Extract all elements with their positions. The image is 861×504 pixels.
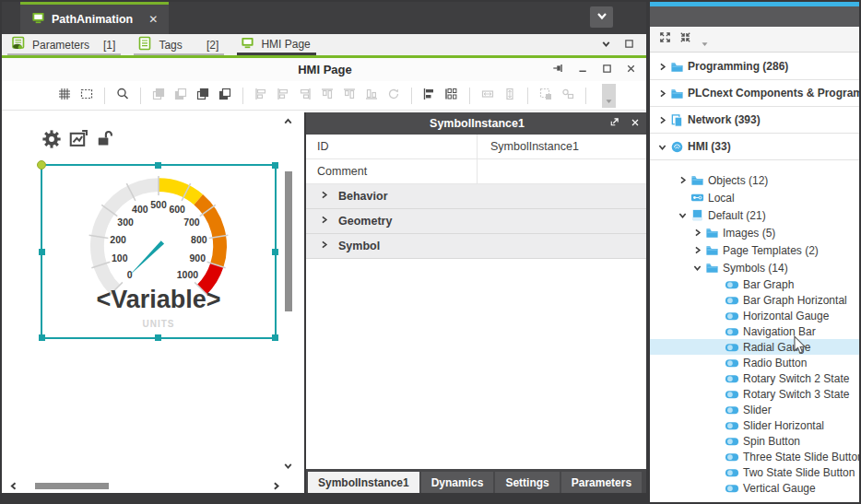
align-left-button[interactable]	[250, 85, 272, 107]
subtab-tags[interactable]: Tags[2]	[134, 36, 224, 55]
tree-item-images-5[interactable]: Images (5)	[650, 224, 861, 241]
tree-item-radio-button[interactable]: Radio Button	[650, 355, 861, 370]
tree-item-vertical-gauge[interactable]: Vertical Gauge	[650, 480, 861, 496]
collapse-all-icon[interactable]	[678, 30, 692, 48]
subtab-hmi-page[interactable]: HMI Page	[237, 36, 315, 55]
tree-item-radial-gauge[interactable]: Radial Gauge	[650, 339, 861, 355]
section-geometry[interactable]: Geometry	[306, 209, 648, 234]
match-height-button[interactable]	[499, 85, 521, 107]
selection-marquee-button[interactable]	[76, 85, 98, 107]
chevron-right-icon[interactable]	[676, 175, 689, 185]
selection-handle-bottom-right[interactable]	[272, 334, 278, 341]
scroll-down-icon[interactable]	[282, 459, 294, 475]
tree-item-local[interactable]: Local	[650, 189, 861, 206]
align-top-button[interactable]	[316, 85, 338, 107]
tree-item-slider[interactable]: Slider	[650, 402, 861, 417]
panel-divider[interactable]	[646, 0, 650, 504]
tree-item-plcnext-components-programs[interactable]: PLCnext Components & Programs	[650, 80, 861, 107]
pin-icon[interactable]	[552, 62, 565, 78]
align-center-button[interactable]	[272, 85, 294, 107]
send-backward-button[interactable]	[214, 85, 236, 107]
props-tab-settings[interactable]: Settings	[495, 472, 559, 493]
chevron-down-icon[interactable]	[676, 210, 689, 220]
distribute-horizontal-button[interactable]	[419, 85, 441, 107]
props-tab-parameters[interactable]: Parameters	[561, 472, 642, 493]
section-symbol[interactable]: Symbol	[306, 234, 648, 259]
maximize-icon[interactable]	[623, 37, 635, 53]
selection-handle-right[interactable]	[272, 249, 278, 255]
send-to-back-button[interactable]	[170, 85, 192, 107]
selection-handle-left[interactable]	[39, 249, 45, 255]
tree-item-slider-horizontal[interactable]: Slider Horizontal	[650, 417, 861, 433]
expand-all-icon[interactable]	[658, 30, 672, 48]
chevron-down-icon[interactable]	[690, 263, 703, 273]
close-icon[interactable]	[630, 115, 641, 132]
align-bottom-button[interactable]	[360, 85, 383, 107]
tree-item-three-state-slide-button[interactable]: Three State Slide Button	[650, 449, 861, 464]
chevron-right-icon[interactable]	[655, 115, 668, 125]
tree-item-network-393[interactable]: Network (393)	[650, 107, 861, 134]
chevron-down-icon[interactable]	[655, 142, 668, 152]
tree-item-horizontal-gauge[interactable]: Horizontal Gauge	[650, 308, 861, 323]
bring-forward-button[interactable]	[192, 85, 214, 107]
chevron-right-icon[interactable]	[655, 62, 668, 72]
tree-item-rotary-switch-3-state[interactable]: Rotary Switch 3 State	[650, 386, 861, 402]
minimize-icon[interactable]	[577, 62, 589, 78]
tree-item-rotary-switch-2-state[interactable]: Rotary Switch 2 State	[650, 370, 861, 386]
paste-format-button[interactable]	[535, 85, 557, 107]
chevron-down-icon[interactable]	[600, 37, 612, 53]
chevron-right-icon[interactable]	[690, 228, 703, 238]
scroll-up-icon[interactable]	[282, 114, 294, 131]
object-settings-button[interactable]	[41, 129, 62, 153]
object-dynamics-button[interactable]	[68, 129, 88, 153]
selection-handle-top-right[interactable]	[272, 162, 278, 169]
tree-item-two-state-slide-button[interactable]: Two State Slide Button	[650, 464, 861, 480]
doc-tab-list-dropdown[interactable]	[590, 6, 613, 28]
tree-item-hmi-33[interactable]: HMI (33)	[650, 134, 861, 160]
tree-item-bar-graph-horizontal[interactable]: Bar Graph Horizontal	[650, 292, 861, 308]
subtab-parameters[interactable]: Parameters[1]	[7, 36, 121, 55]
vertical-scroll-thumb[interactable]	[285, 171, 292, 311]
props-tab-symbolinstance1[interactable]: SymbolInstance1	[308, 472, 419, 493]
maximize-icon[interactable]	[601, 62, 613, 78]
tree-item-default-21[interactable]: Default (21)	[650, 206, 861, 224]
zoom-button[interactable]	[112, 85, 134, 107]
distribute-vertical-button[interactable]	[441, 85, 463, 107]
align-middle-button[interactable]	[338, 85, 360, 107]
tree-item-bar-graph[interactable]: Bar Graph	[650, 276, 861, 292]
match-width-button[interactable]	[477, 85, 499, 107]
canvas-horizontal-scrollbar[interactable]	[6, 479, 284, 492]
tree-item-symbols-14[interactable]: Symbols (14)	[650, 259, 861, 276]
id-value-field[interactable]: SymbolInstance1	[477, 135, 648, 158]
properties-panel-header[interactable]: SymbolInstance1	[306, 112, 648, 135]
selection-handle-bottom[interactable]	[155, 334, 161, 341]
horizontal-scroll-thumb[interactable]	[35, 483, 109, 489]
selection-handle-origin[interactable]	[37, 160, 46, 170]
selection-handle-top[interactable]	[155, 162, 161, 169]
bring-to-front-button[interactable]	[147, 85, 170, 107]
tree-item-objects-12[interactable]: Objects (12)	[650, 171, 861, 189]
doc-tab-pathanimation[interactable]: PathAnimation ✕	[20, 2, 169, 34]
more-tools-button[interactable]	[602, 84, 616, 108]
section-behavior[interactable]: Behavior	[306, 184, 648, 209]
popout-icon[interactable]	[608, 115, 620, 132]
tree-item-programming-286[interactable]: Programming (286)	[650, 53, 861, 80]
rotate-button[interactable]	[383, 85, 405, 107]
close-icon[interactable]	[625, 62, 637, 78]
tree-item-page-templates-2[interactable]: Page Templates (2)	[650, 241, 861, 259]
align-right-button[interactable]	[294, 85, 316, 107]
props-tab-dynamics[interactable]: Dynamics	[421, 472, 494, 493]
doc-tab-close-icon[interactable]: ✕	[148, 13, 158, 26]
chevron-right-icon[interactable]	[655, 88, 668, 99]
canvas-vertical-scrollbar[interactable]	[281, 114, 296, 475]
toolbar-caret-icon[interactable]	[701, 36, 709, 53]
chevron-right-icon[interactable]	[690, 245, 703, 255]
tree-item-spin-button[interactable]: Spin Button	[650, 433, 861, 449]
comment-value-field[interactable]	[477, 159, 648, 183]
selection-handle-bottom-left[interactable]	[39, 334, 45, 341]
group-button[interactable]	[557, 85, 579, 107]
tree-item-navigation-bar[interactable]: Navigation Bar	[650, 323, 861, 339]
object-unlocked-button[interactable]	[95, 129, 113, 153]
radial-gauge-widget[interactable]: 01002003004005006007008009001000 <Variab…	[41, 164, 277, 339]
grid-button[interactable]	[53, 85, 76, 107]
